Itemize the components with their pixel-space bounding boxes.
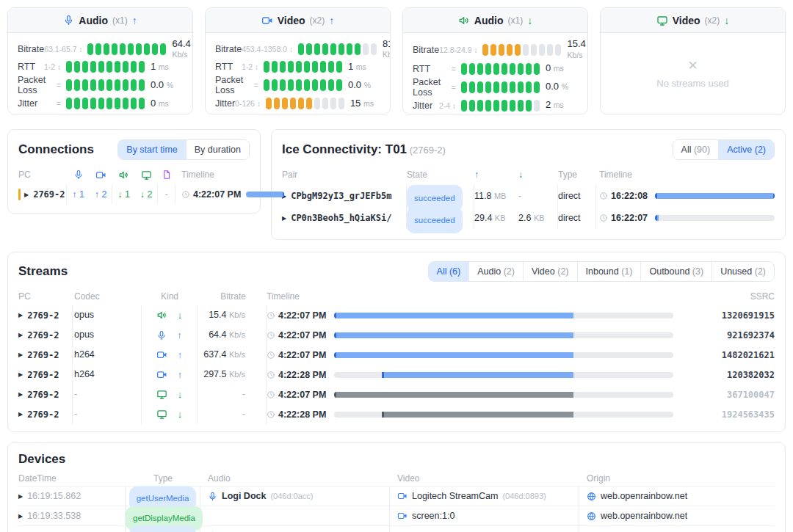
pc-id: 2769-2 [27, 350, 59, 360]
expand-caret[interactable]: ▶ [18, 391, 23, 398]
video-header: Video [390, 473, 579, 484]
video-inbound-card: Video (x2) ↓ ✕ No streams used [600, 7, 786, 114]
stream-row[interactable]: ▶2769-2 - ↓ - 4:22:28 PM 1924563435 [18, 404, 775, 424]
ice-subtitle: (2769-2) [410, 145, 446, 156]
ice-pair-row[interactable]: ▶CP0n3Beoh5_hQiaKSi/ succeeded 29.4 KB 2… [282, 207, 775, 229]
metric-value: 15 ms [350, 98, 383, 109]
timeline-header: Timeline [175, 170, 250, 180]
ssrc-value: 1320691915 [681, 310, 775, 321]
metric-label: RTT [18, 62, 35, 72]
device-row[interactable]: ▶16:19:33.538 getDisplayMedia screen:1:0… [18, 506, 775, 525]
speaker-icon [156, 310, 167, 321]
stream-row[interactable]: ▶2769-2 h264 ↑ 297.5 Kb/s 4:22:28 PM 120… [18, 365, 775, 385]
up-arrow-icon: ↑ [177, 329, 182, 340]
expand-caret[interactable]: ▶ [18, 493, 23, 500]
metric-label: RTT [413, 64, 430, 74]
filter-inbound-button[interactable]: Inbound (1) [578, 262, 642, 281]
updown-icon: ↕ [79, 45, 82, 54]
expand-caret[interactable]: ▶ [18, 332, 23, 338]
by-duration-button[interactable]: By duration [187, 140, 249, 159]
video-up-count: ↑ 2 [90, 185, 112, 204]
screen-icon [156, 389, 167, 400]
start-time: 4:22:07 PM [193, 189, 241, 200]
metric-label: Bitrate [18, 44, 44, 54]
updown-icon: ↕ [257, 100, 261, 108]
connection-row[interactable]: ▶2769-2 ↑ 1 ↑ 2 ↓ 1 ↓ 2 - 4:22:07 PM [18, 185, 250, 204]
metric-range: 63.1-65.7 ↕ [44, 45, 82, 54]
bitrate-row: Bitrate 63.1-65.7 ↕ 64.4Kb/s [18, 39, 183, 59]
stream-row[interactable]: ▶2769-2 - ↓ - 4:22:07 PM 367100047 [18, 385, 775, 404]
quality-bars [66, 98, 145, 109]
metric-value: 0 ms [151, 98, 183, 109]
globe-icon [587, 511, 596, 521]
filter-outbound-button[interactable]: Outbound (3) [641, 262, 712, 281]
stream-row[interactable]: ▶2769-2 opus ↓ 15.4 Kb/s 4:22:07 PM 1320… [18, 305, 775, 325]
timeline-bar [334, 372, 673, 378]
device-row[interactable]: ▶16:19:15.862 getUserMedia Logi Dock(046… [18, 486, 775, 506]
all-pairs-button[interactable]: All (90) [673, 140, 720, 159]
clock-icon [599, 214, 608, 222]
audio-outbound-card: Audio (x1) ↑ Bitrate 63.1-65.7 ↕ 64.4Kb/… [7, 7, 193, 114]
pair-id: CPbgM92yI3_grJEFb5m [291, 191, 391, 201]
device-row[interactable]: ▶16:22:03.034 getUserMedia Logi Dock(046… [18, 525, 775, 532]
stream-row[interactable]: ▶2769-2 opus ↑ 64.4 Kb/s 4:22:07 PM 9216… [18, 325, 775, 345]
stream-row[interactable]: ▶2769-2 h264 ↑ 637.4 Kb/s 4:22:07 PM 148… [18, 345, 775, 365]
bitrate-row: Bitrate 453.4-1358.0 ↕ 815.8Kb/s [215, 39, 380, 59]
metric-range: 453.4-1358.0 ↕ [242, 45, 293, 54]
up-arrow-icon: ↑ [178, 369, 183, 380]
filter-video-button[interactable]: Video (2) [524, 262, 578, 281]
device-time: 16:19:15.862 [27, 491, 81, 501]
packet-loss-row: Packet Loss = 0.0 % [18, 75, 183, 95]
ssrc-value: 367100047 [681, 390, 775, 400]
screen-icon [141, 170, 152, 181]
bitrate-header: Bitrate [198, 291, 267, 302]
packet-loss-row: Packet Loss = 0.0 % [413, 77, 578, 98]
metric-range: 0-126 ↕ [235, 99, 261, 108]
ssrc-value: 120382032 [681, 370, 775, 380]
filter-all-button[interactable]: All (6) [429, 262, 470, 281]
mic-icon [63, 15, 74, 26]
down-arrow-icon: ↓ [178, 409, 183, 420]
kind-header: Kind [142, 291, 198, 302]
expand-caret[interactable]: ▶ [18, 371, 23, 378]
ice-header: Pair State ↑ ↓ Type Timeline [282, 167, 775, 182]
metric-value: 0.0 % [348, 80, 380, 91]
filter-unused-button[interactable]: Unused (2) [712, 262, 774, 281]
type-header: Type [558, 170, 596, 180]
expand-caret[interactable]: ▶ [24, 192, 29, 198]
expand-caret[interactable]: ▶ [18, 513, 23, 520]
metric-label: Jitter [215, 98, 235, 109]
screen-icon [656, 15, 668, 26]
expand-caret[interactable]: ▶ [18, 351, 23, 358]
quality-bars [66, 61, 145, 73]
data-channel-count: - [158, 185, 175, 204]
ice-pair-row[interactable]: ▶CPbgM92yI3_grJEFb5m succeeded 11.8 MB -… [282, 185, 775, 207]
expand-caret[interactable]: ▶ [282, 215, 286, 222]
connections-header: PC Timeline [18, 167, 250, 182]
filter-audio-button[interactable]: Audio (2) [469, 262, 524, 281]
codec: - [73, 385, 142, 404]
clock-icon [181, 190, 190, 199]
up-arrow-icon: ↑ [132, 15, 137, 26]
metric-range: = [57, 99, 61, 108]
video-down-count: ↓ 2 [135, 185, 158, 204]
audio-inbound-card: Audio (x1) ↓ Bitrate 12.8-24.9 ↕ 15.4 Kb… [402, 7, 588, 114]
close-icon: ✕ [687, 58, 698, 73]
empty-message: No streams used [656, 78, 728, 89]
metric-value: 815.8Kb/s [383, 39, 391, 59]
pair-time: 16:22:07 [611, 213, 648, 223]
up-arrow-icon: ↑ [474, 170, 518, 180]
active-pairs-button[interactable]: Active (2) [719, 140, 774, 159]
updown-icon: ↕ [255, 63, 258, 71]
pair-type: direct [558, 185, 596, 207]
metric-label: Packet Loss [18, 75, 57, 95]
camera-icon [397, 491, 408, 501]
devices-header: DateTime Type Audio Video Origin [18, 471, 775, 486]
by-start-time-button[interactable]: By start time [118, 140, 186, 159]
expand-caret[interactable]: ▶ [18, 312, 23, 318]
metric-label: Packet Loss [413, 77, 452, 98]
expand-caret[interactable]: ▶ [18, 411, 23, 418]
pc-id: 2769-2 [27, 390, 59, 400]
metric-value: 0.0 % [546, 81, 578, 92]
jitter-row: Jitter = 0 ms [18, 95, 183, 112]
